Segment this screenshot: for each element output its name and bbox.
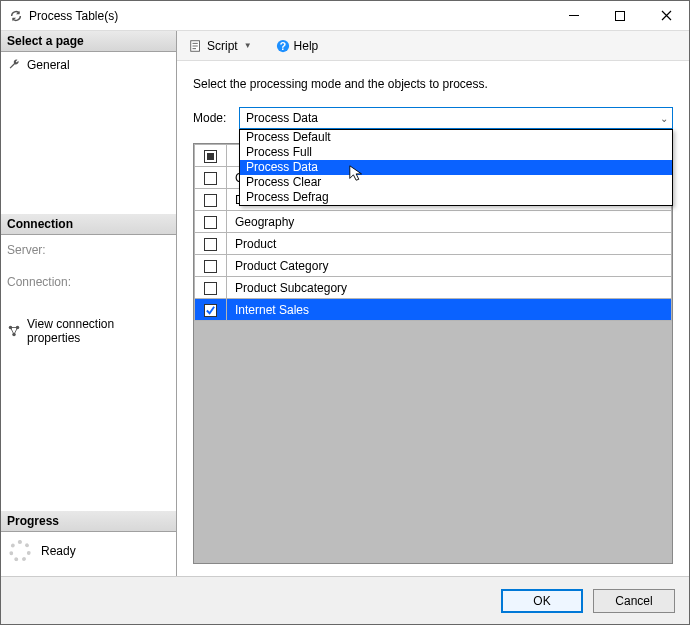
sidebar: Select a page General Connection Server:… — [1, 31, 177, 576]
connection-icon — [7, 324, 21, 338]
tables-grid: CustomerDateGeographyProductProduct Cate… — [193, 143, 673, 564]
close-button[interactable] — [643, 1, 689, 31]
row-name: Internet Sales — [227, 299, 672, 321]
mode-option[interactable]: Process Full — [240, 145, 672, 160]
window-title: Process Table(s) — [29, 9, 118, 23]
help-icon: ? — [276, 39, 290, 53]
footer: OK Cancel — [1, 576, 689, 624]
dialog-window: Process Table(s) Select a page Gener — [0, 0, 690, 625]
server-label: Server: — [7, 241, 170, 259]
row-name: Product Subcategory — [227, 277, 672, 299]
table-row[interactable]: Product — [195, 233, 672, 255]
mode-combobox[interactable]: Process Data ⌄ — [239, 107, 673, 129]
progress-status: Ready — [41, 544, 76, 558]
connection-label: Connection: — [7, 273, 170, 291]
row-name: Product — [227, 233, 672, 255]
view-connection-properties[interactable]: View connection properties — [7, 315, 170, 347]
row-name: Product Category — [227, 255, 672, 277]
cancel-button[interactable]: Cancel — [593, 589, 675, 613]
script-button[interactable]: Script ▼ — [185, 37, 256, 55]
row-checkbox[interactable] — [204, 238, 217, 251]
script-label: Script — [207, 39, 238, 53]
refresh-icon — [9, 9, 23, 23]
wrench-icon — [7, 58, 21, 72]
svg-text:?: ? — [279, 39, 285, 51]
help-button[interactable]: ? Help — [272, 37, 323, 55]
ok-label: OK — [533, 594, 550, 608]
maximize-button[interactable] — [597, 1, 643, 31]
script-icon — [189, 39, 203, 53]
main-panel: Script ▼ ? Help Select the processing mo… — [177, 31, 689, 576]
table-row[interactable]: Product Subcategory — [195, 277, 672, 299]
row-checkbox[interactable] — [204, 194, 217, 207]
toolbar: Script ▼ ? Help — [177, 31, 689, 61]
mode-option[interactable]: Process Default — [240, 130, 672, 145]
svg-rect-0 — [569, 15, 579, 16]
row-checkbox[interactable] — [204, 216, 217, 229]
progress-header: Progress — [1, 510, 176, 532]
view-connection-link[interactable]: View connection properties — [27, 317, 170, 345]
sidebar-page-label: General — [27, 58, 70, 72]
row-checkbox[interactable] — [204, 172, 217, 185]
mode-label: Mode: — [193, 111, 231, 125]
row-checkbox[interactable] — [204, 260, 217, 273]
titlebar: Process Table(s) — [1, 1, 689, 31]
table-row[interactable]: Geography — [195, 211, 672, 233]
mode-selected-value: Process Data — [246, 111, 318, 125]
mode-option[interactable]: Process Defrag — [240, 190, 672, 205]
select-all-checkbox[interactable] — [204, 150, 217, 163]
chevron-down-icon: ⌄ — [660, 113, 668, 124]
mode-dropdown: Process Default Process Full Process Dat… — [239, 129, 673, 206]
row-checkbox[interactable] — [204, 282, 217, 295]
help-label: Help — [294, 39, 319, 53]
row-checkbox[interactable] — [204, 304, 217, 317]
sidebar-page-general[interactable]: General — [7, 56, 170, 74]
mode-option[interactable]: Process Data — [240, 160, 672, 175]
table-row[interactable]: Internet Sales — [195, 299, 672, 321]
chevron-down-icon: ▼ — [244, 41, 252, 50]
table-row[interactable]: Product Category — [195, 255, 672, 277]
connection-header: Connection — [1, 213, 176, 235]
mode-option[interactable]: Process Clear — [240, 175, 672, 190]
minimize-button[interactable] — [551, 1, 597, 31]
row-name: Geography — [227, 211, 672, 233]
cancel-label: Cancel — [615, 594, 652, 608]
instruction-text: Select the processing mode and the objec… — [193, 77, 673, 91]
progress-spinner-icon — [9, 540, 31, 562]
svg-rect-1 — [616, 11, 625, 20]
select-page-header: Select a page — [1, 31, 176, 52]
ok-button[interactable]: OK — [501, 589, 583, 613]
